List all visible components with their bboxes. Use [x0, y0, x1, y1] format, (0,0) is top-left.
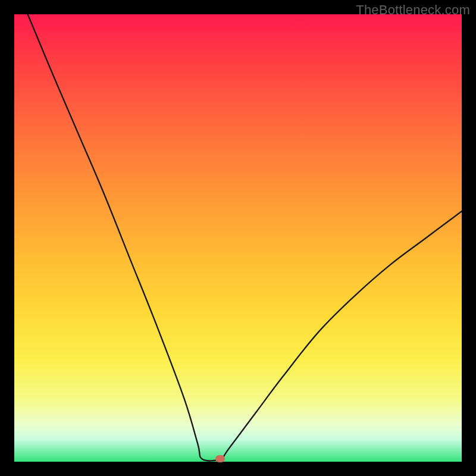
- bottleneck-curve: [28, 14, 462, 461]
- optimal-point-marker: [215, 455, 225, 462]
- chart-plot-area: [14, 14, 462, 462]
- watermark-text: TheBottleneck.com: [356, 2, 470, 18]
- curve-svg: [14, 14, 462, 462]
